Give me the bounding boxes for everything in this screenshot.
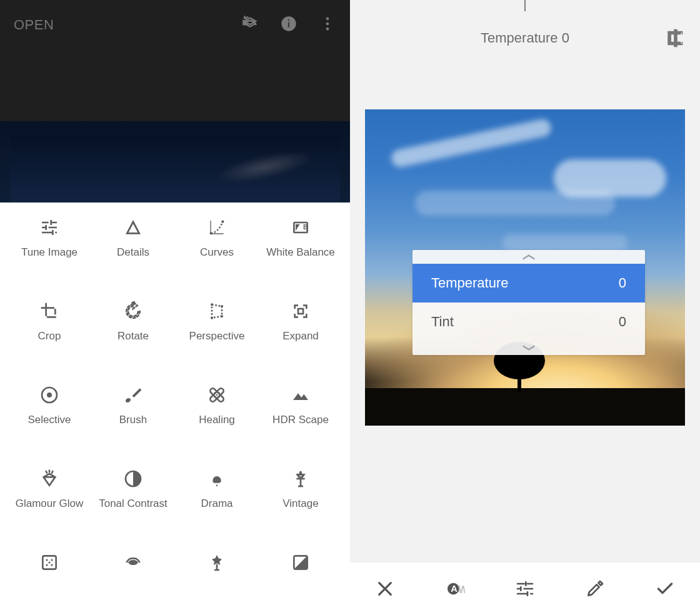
tool-label: Expand <box>282 330 319 342</box>
tool-label: Healing <box>199 414 235 426</box>
edit-bottom-bar: AW <box>350 562 700 615</box>
svg-rect-2 <box>288 19 289 21</box>
slider-row-tint[interactable]: Tint 0 <box>412 302 645 341</box>
grainy-icon <box>37 550 62 575</box>
compare-icon[interactable] <box>665 28 686 51</box>
tool-tonal-contrast[interactable]: Tonal Contrast <box>91 462 175 531</box>
tool-drama[interactable]: Drama <box>175 462 259 531</box>
tool-label: Rotate <box>118 330 149 342</box>
retrolux-icon <box>121 550 146 575</box>
tool-rotate[interactable]: Rotate <box>91 295 175 364</box>
tool-black-white[interactable] <box>259 546 342 615</box>
tool-details[interactable]: Details <box>91 211 175 280</box>
tool-retrolux[interactable] <box>91 546 175 615</box>
svg-point-11 <box>221 305 223 308</box>
svg-point-3 <box>326 18 329 21</box>
tool-expand[interactable]: Expand <box>259 295 342 364</box>
open-button[interactable]: OPEN <box>14 17 54 33</box>
readout-value: 0 <box>562 30 569 46</box>
vintage-icon <box>288 466 313 491</box>
tool-label: Details <box>117 246 149 259</box>
svg-text:A: A <box>451 584 458 594</box>
tool-label: Crop <box>38 330 61 342</box>
tool-curves[interactable]: Curves <box>175 211 259 280</box>
tool-selective[interactable]: Selective <box>8 379 91 448</box>
svg-point-13 <box>211 317 213 319</box>
expand-icon <box>288 299 313 324</box>
tool-glamour-glow[interactable]: Glamour Glow <box>8 462 91 531</box>
crop-icon <box>37 299 62 324</box>
tool-label: White Balance <box>266 246 335 259</box>
tool-label: Selective <box>28 414 71 426</box>
slider-name: Temperature <box>431 275 509 291</box>
parameter-readout: Temperature 0 <box>350 30 700 46</box>
tool-healing[interactable]: Healing <box>175 379 259 448</box>
healing-icon <box>204 382 229 408</box>
svg-point-21 <box>218 396 220 398</box>
chevron-up-icon <box>412 250 645 264</box>
svg-point-10 <box>211 303 213 306</box>
tool-grunge[interactable] <box>175 546 259 615</box>
details-icon <box>121 215 146 240</box>
svg-rect-1 <box>288 22 289 28</box>
svg-text:W: W <box>458 584 465 595</box>
glamour-icon <box>37 466 62 491</box>
tool-label: HDR Scape <box>272 414 329 426</box>
tool-grainy-film[interactable] <box>8 546 91 615</box>
tool-vintage[interactable]: Vintage <box>259 462 342 531</box>
svg-point-23 <box>218 392 220 394</box>
tonal-icon <box>121 466 146 491</box>
tools-sheet: Tune Image Details Curves B White Balanc… <box>0 202 350 615</box>
tool-label: Drama <box>201 498 232 510</box>
tool-grid: Tune Image Details Curves B White Balanc… <box>0 211 350 615</box>
tool-label: Tonal Contrast <box>99 498 168 510</box>
bw-icon <box>288 550 313 575</box>
curves-icon <box>204 215 229 240</box>
white-balance-icon: B <box>288 215 313 240</box>
svg-text:B: B <box>303 223 308 231</box>
rotate-icon <box>121 299 146 324</box>
auto-white-balance-button[interactable]: AW <box>442 576 468 602</box>
top-bar: OPEN <box>0 0 350 50</box>
svg-point-26 <box>46 559 48 561</box>
tool-hdr-scape[interactable]: HDR Scape <box>259 379 342 448</box>
hdr-icon <box>288 382 313 408</box>
svg-rect-14 <box>298 309 303 314</box>
svg-point-12 <box>221 315 223 318</box>
svg-point-5 <box>326 28 329 31</box>
tool-perspective[interactable]: Perspective <box>175 295 259 364</box>
tool-white-balance[interactable]: B White Balance <box>259 211 342 280</box>
tool-label: Brush <box>119 414 147 426</box>
brush-icon <box>121 382 146 408</box>
tool-label: Perspective <box>189 330 245 342</box>
apply-button[interactable] <box>652 576 678 602</box>
tool-crop[interactable]: Crop <box>8 295 91 364</box>
eyedropper-button[interactable] <box>582 576 608 602</box>
undo-stack-icon[interactable] <box>241 15 259 35</box>
parameter-selector[interactable]: Temperature 0 Tint 0 <box>412 250 645 355</box>
tools-screen: OPEN Tune Image <box>0 0 350 615</box>
editor-backdrop: OPEN <box>0 0 350 202</box>
tool-tune-image[interactable]: Tune Image <box>8 211 91 280</box>
tool-label: Vintage <box>282 498 318 510</box>
slider-row-temperature[interactable]: Temperature 0 <box>412 264 645 302</box>
chevron-down-icon <box>412 341 645 355</box>
more-vert-icon[interactable] <box>319 15 336 35</box>
info-icon[interactable] <box>280 15 298 35</box>
svg-point-22 <box>214 396 216 398</box>
slider-name: Tint <box>431 314 454 330</box>
svg-point-30 <box>48 561 50 563</box>
tool-label: Tune Image <box>21 246 78 259</box>
svg-point-27 <box>51 559 52 561</box>
slider-value: 0 <box>619 275 626 291</box>
svg-point-7 <box>221 221 224 223</box>
svg-point-29 <box>51 564 52 566</box>
adjust-button[interactable] <box>512 576 538 602</box>
tool-label: Curves <box>200 246 234 259</box>
tune-icon <box>37 215 62 240</box>
cancel-button[interactable] <box>372 576 398 602</box>
tool-brush[interactable]: Brush <box>91 379 175 448</box>
svg-point-16 <box>47 392 52 398</box>
grunge-icon <box>204 550 229 575</box>
readout-label: Temperature <box>481 30 558 46</box>
